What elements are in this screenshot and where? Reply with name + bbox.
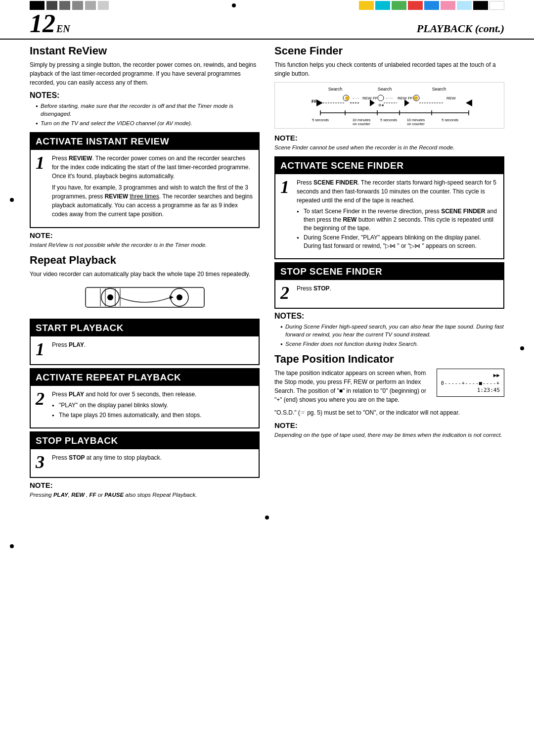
stop-scene-finder-body: 2 Press STOP. bbox=[275, 280, 503, 308]
main-content: Instant ReView Simply by pressing a sing… bbox=[0, 45, 534, 504]
page-title: PLAYBACK (cont.) bbox=[417, 22, 504, 35]
tape-position-note-header: NOTE: bbox=[274, 421, 504, 429]
scene-finder-title: Scene Finder bbox=[274, 45, 504, 57]
color-block-dark3 bbox=[72, 1, 83, 10]
svg-text:REW FF: REW FF bbox=[398, 96, 413, 100]
activate-instant-review-body: 1 Press REVIEW. The recorder power comes… bbox=[31, 150, 259, 227]
repeat-illustration bbox=[30, 283, 260, 316]
color-block-blue bbox=[424, 1, 439, 10]
stop-playback-body: 3 Press STOP at any time to stop playbac… bbox=[31, 449, 259, 477]
svg-text:←····: ←···· bbox=[352, 96, 359, 100]
svg-marker-14 bbox=[316, 99, 323, 106]
color-block-green bbox=[392, 1, 406, 10]
side-dot-left-1 bbox=[10, 198, 14, 202]
svg-text:😊: 😊 bbox=[413, 95, 418, 100]
bottom-center-dot bbox=[0, 514, 534, 531]
stop-playback-box: STOP PLAYBACK 3 Press STOP at any time t… bbox=[30, 431, 260, 478]
step-rp1-content: Press PLAY. bbox=[52, 340, 254, 349]
top-bar-right bbox=[359, 0, 534, 11]
tape-position-note-text: Depending on the type of tape used, ther… bbox=[274, 431, 504, 439]
color-block-pink bbox=[441, 1, 455, 10]
step-rp2-content: Press PLAY and hold for over 5 seconds, … bbox=[52, 390, 254, 422]
activate-repeat-box: ACTIVATE REPEAT PLAYBACK 2 Press PLAY an… bbox=[30, 368, 260, 428]
page-en: EN bbox=[56, 23, 70, 35]
activate-scene-finder-header: ACTIVATE SCENE FINDER bbox=[275, 157, 503, 174]
tape-position-diagram: ▶▶ 0-----+----■----+ 1:23:45 bbox=[437, 369, 504, 397]
svg-text:REW: REW bbox=[446, 96, 456, 100]
instant-review-note-header: NOTE: bbox=[30, 231, 260, 239]
instant-review-notes-header: NOTES: bbox=[30, 91, 260, 100]
tape-position-section: Tape Position Indicator ▶▶ 0-----+----■-… bbox=[274, 353, 504, 439]
repeat-bullet-1: "PLAY" on the display panel blinks slowl… bbox=[52, 401, 254, 410]
svg-point-4 bbox=[177, 294, 182, 300]
start-playback-body: 1 Press PLAY. bbox=[31, 336, 259, 364]
svg-text:←····: ←···· bbox=[386, 96, 393, 100]
stop-playback-header: STOP PLAYBACK bbox=[31, 432, 259, 449]
activate-scene-finder-box: ACTIVATE SCENE FINDER 1 Press SCENE FIND… bbox=[274, 156, 504, 259]
repeat-note-text: Pressing PLAY, REW , FF or PAUSE also st… bbox=[30, 491, 260, 499]
svg-text:Search: Search bbox=[377, 87, 392, 92]
scene-finder-description: This function helps you check contents o… bbox=[274, 60, 504, 78]
stop-scene-finder-header: STOP SCENE FINDER bbox=[275, 263, 503, 280]
scene-bullet-2: During Scene Finder, "PLAY" appears blin… bbox=[297, 234, 498, 250]
instant-review-description: Simply by pressing a single button, the … bbox=[30, 60, 260, 87]
center-dot bbox=[109, 0, 359, 11]
svg-text:5 seconds: 5 seconds bbox=[312, 118, 328, 122]
svg-point-22 bbox=[378, 95, 384, 101]
step-sf2-content: Press STOP. bbox=[297, 284, 498, 293]
color-block-yellow bbox=[359, 1, 374, 10]
step-num-1: 1 bbox=[36, 154, 48, 172]
step-num-rp2: 2 bbox=[36, 390, 48, 408]
step-num-rp1: 1 bbox=[36, 340, 48, 358]
scene-bullet-1: To start Scene Finder in the reverse dir… bbox=[297, 207, 498, 232]
svg-text:😊: 😊 bbox=[345, 95, 350, 100]
svg-marker-32 bbox=[466, 99, 472, 106]
instant-review-note-1: Before starting, make sure that the reco… bbox=[36, 102, 260, 118]
color-block-black1 bbox=[30, 1, 44, 10]
page-number: 12 bbox=[30, 11, 55, 37]
svg-rect-0 bbox=[86, 287, 204, 307]
step-sf1-content: Press SCENE FINDER. The recorder starts … bbox=[297, 178, 498, 252]
tape-position-content: ▶▶ 0-----+----■----+ 1:23:45 The tape po… bbox=[274, 369, 504, 421]
side-dot-left-2 bbox=[10, 544, 14, 548]
time-indicator: 1:23:45 bbox=[441, 387, 500, 393]
start-playback-box: START PLAYBACK 1 Press PLAY. bbox=[30, 319, 260, 365]
step-num-sf1: 1 bbox=[280, 178, 293, 196]
scene-finder-note-text: Scene Finder cannot be used when the rec… bbox=[274, 143, 504, 151]
tape-position-osd: "O.S.D." (☞ pg. 5) must be set to "ON", … bbox=[274, 408, 504, 417]
instant-review-section: Instant ReView Simply by pressing a sing… bbox=[30, 45, 260, 249]
color-block-dark2 bbox=[59, 1, 70, 10]
activate-instant-review-box: ACTIVATE INSTANT REVIEW 1 Press REVIEW. … bbox=[30, 132, 260, 228]
svg-text:5 seconds: 5 seconds bbox=[441, 118, 458, 122]
step-rp3-content: Press STOP at any time to stop playback. bbox=[52, 453, 254, 462]
svg-text:on counter: on counter bbox=[407, 122, 425, 125]
svg-marker-27 bbox=[404, 99, 409, 106]
svg-marker-9 bbox=[170, 295, 174, 299]
color-block-dark4 bbox=[85, 1, 96, 10]
activate-repeat-body: 2 Press PLAY and hold for over 5 seconds… bbox=[31, 386, 259, 427]
svg-point-2 bbox=[107, 294, 113, 300]
scene-note-1: During Scene Finder high-speed search, y… bbox=[280, 323, 504, 338]
scene-finder-note-header: NOTE: bbox=[274, 134, 504, 142]
scene-finder-section: Scene Finder This function helps you che… bbox=[274, 45, 504, 348]
svg-text:5 seconds: 5 seconds bbox=[380, 118, 397, 122]
color-block-white bbox=[490, 1, 504, 10]
svg-text:on counter: on counter bbox=[353, 122, 370, 125]
color-block-dark5 bbox=[98, 1, 109, 10]
ff-indicator: ▶▶ bbox=[441, 372, 500, 378]
scene-finder-notes2-list: During Scene Finder high-speed search, y… bbox=[274, 323, 504, 348]
svg-marker-21 bbox=[370, 99, 375, 106]
repeat-playback-section: Repeat Playback Your video recorder can … bbox=[30, 254, 260, 499]
svg-text:Search: Search bbox=[432, 87, 446, 92]
step-num-sf2: 2 bbox=[280, 284, 293, 302]
repeat-bullet-2: The tape plays 20 times automatically, a… bbox=[52, 411, 254, 420]
color-block-black2 bbox=[473, 1, 488, 10]
col-left: Instant ReView Simply by pressing a sing… bbox=[30, 45, 260, 504]
side-dot-right-1 bbox=[520, 346, 524, 350]
activate-repeat-header: ACTIVATE REPEAT PLAYBACK bbox=[31, 369, 259, 386]
instant-review-note-2: Turn on the TV and select the VIDEO chan… bbox=[36, 119, 260, 127]
color-block-cyan bbox=[375, 1, 390, 10]
step-num-rp3: 3 bbox=[36, 453, 48, 471]
svg-text:FF: FF bbox=[312, 99, 317, 104]
start-playback-header: START PLAYBACK bbox=[31, 320, 259, 336]
